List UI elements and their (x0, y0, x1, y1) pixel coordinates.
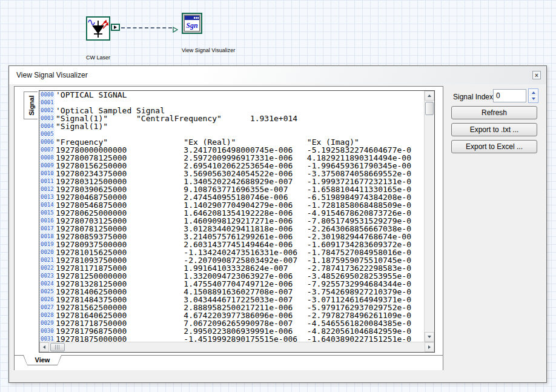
thumb-grip-icon (55, 345, 60, 350)
signal-index-spinner (528, 88, 538, 103)
line-number: 0008 (39, 154, 55, 162)
line-number: 0026 (39, 296, 55, 304)
signal-line: "Signal(1)" (55, 122, 424, 130)
arrow-left-icon (43, 345, 45, 349)
visualizer-icon: Sgn (184, 15, 200, 32)
workspace: { "colors": { "component_border_green": … (0, 0, 556, 392)
signal-line: 192781875000000-1.4519992890175515e-006-… (55, 335, 424, 342)
laser-title: CW Laser (86, 55, 145, 61)
export-excel-button[interactable]: Export to Excel ... (451, 140, 537, 153)
tab-view[interactable]: View (23, 355, 62, 365)
line-number: 0004 (39, 122, 55, 130)
line-number: 0019 (39, 241, 55, 248)
close-icon: × (535, 72, 538, 79)
dialog-titlebar[interactable]: View Signal Visualizer (9, 66, 546, 84)
close-button[interactable]: × (532, 71, 541, 79)
dialog-title: View Signal Visualizer (16, 71, 88, 79)
bottom-tabstrip: View (15, 355, 443, 370)
line-number: 0017 (39, 225, 55, 233)
freq-cell: "Signal(1)" (56, 122, 108, 130)
mini-window-titlebar-icon (185, 16, 199, 20)
line-number: 0014 (39, 201, 55, 209)
signal-line (55, 130, 424, 138)
name-cell: "CentralFrequency" (136, 115, 222, 122)
value-cell: 1.931e+014 (250, 115, 297, 122)
signal-line: 'OPTICAL SIGNAL (55, 91, 424, 99)
spinner-down-button[interactable] (529, 96, 537, 102)
line-number: 0001 (39, 99, 55, 107)
freq-cell: 'OPTICAL SIGNAL (56, 91, 127, 99)
laser-output-port[interactable] (111, 24, 120, 31)
export-txt-button[interactable]: Export to .txt ... (451, 123, 537, 136)
view-signal-visualizer-dialog: View Signal Visualizer × Signal 00000001… (8, 65, 547, 383)
line-number: 0030 (39, 327, 55, 335)
line-number: 0025 (39, 288, 55, 296)
line-number: 0027 (39, 304, 55, 311)
tab-signal[interactable]: Signal (24, 91, 38, 119)
signal-connection[interactable] (121, 27, 172, 28)
port-arrow-icon (114, 25, 117, 29)
line-number: 0029 (39, 319, 55, 327)
line-number: 0028 (39, 311, 55, 319)
freq-cell: 192781875000000 (56, 335, 127, 342)
signal-text-viewer: 0000000100020003000400050006000700080009… (39, 90, 435, 353)
visualizer-input-port[interactable] (173, 24, 179, 30)
arrow-right-icon (428, 345, 431, 349)
scroll-right-button[interactable] (425, 342, 434, 352)
signal-line: 'Optical Sampled Signal (55, 107, 424, 115)
real-cell: -1.4519992890175515e-006 (184, 335, 297, 342)
line-number: 0016 (39, 217, 55, 225)
horizontal-scroll-thumb[interactable] (50, 343, 65, 351)
line-number: 0000 (39, 91, 55, 99)
horizontal-scrollbar[interactable] (39, 342, 434, 352)
signal-index-label: Signal Index: (453, 93, 495, 101)
line-number: 0005 (39, 130, 55, 138)
line-number: 0010 (39, 170, 55, 178)
line-number: 0018 (39, 233, 55, 241)
line-number: 0007 (39, 146, 55, 154)
tab-view-label: View (24, 355, 61, 365)
line-number: 0021 (39, 256, 55, 264)
spinner-down-icon (532, 98, 535, 100)
spinner-up-icon (532, 91, 535, 94)
line-number: 0020 (39, 248, 55, 256)
line-number: 0009 (39, 162, 55, 170)
line-number: 0015 (39, 209, 55, 217)
imag-cell: -1.6403890227151251e-0 (307, 335, 411, 342)
spinner-up-button[interactable] (529, 90, 537, 96)
signal-line: "Signal(1)""CentralFrequency"1.931e+014 (55, 115, 424, 122)
line-number: 0002 (39, 107, 55, 115)
scroll-left-button[interactable] (39, 342, 49, 352)
line-number-gutter: 0000000100020003000400050006000700080009… (39, 91, 55, 342)
sgn-icon: Sgn (185, 20, 199, 31)
laser-diode-icon (87, 18, 109, 39)
line-number: 0024 (39, 280, 55, 288)
port-triangle-icon (173, 27, 179, 33)
refresh-button[interactable]: Refresh (451, 106, 537, 119)
arrow-down-icon (428, 336, 431, 338)
line-number: 0022 (39, 264, 55, 272)
signal-index-input[interactable] (493, 89, 526, 102)
line-number: 0023 (39, 272, 55, 280)
scroll-down-button[interactable] (425, 332, 434, 342)
vertical-scroll-thumb[interactable] (425, 102, 434, 115)
line-number: 0013 (39, 193, 55, 201)
vertical-scrollbar[interactable] (424, 91, 434, 342)
tab-signal-label: Signal (27, 95, 35, 115)
cw-laser-component[interactable] (86, 16, 110, 41)
signal-text-area[interactable]: 'OPTICAL SIGNAL'Optical Sampled Signal"S… (55, 91, 424, 342)
line-number: 0006 (39, 138, 55, 146)
viewer-frame: Signal 000000010002000300040005000600070… (14, 86, 443, 370)
scroll-up-button[interactable] (425, 91, 434, 101)
line-number: 0031 (39, 335, 55, 342)
visualizer-component[interactable]: Sgn (182, 13, 202, 34)
arrow-up-icon (428, 95, 431, 97)
line-number: 0003 (39, 115, 55, 122)
visualizer-title: View Signal Visualizer (182, 47, 235, 53)
line-number: 0011 (39, 178, 55, 185)
line-number: 0012 (39, 185, 55, 193)
